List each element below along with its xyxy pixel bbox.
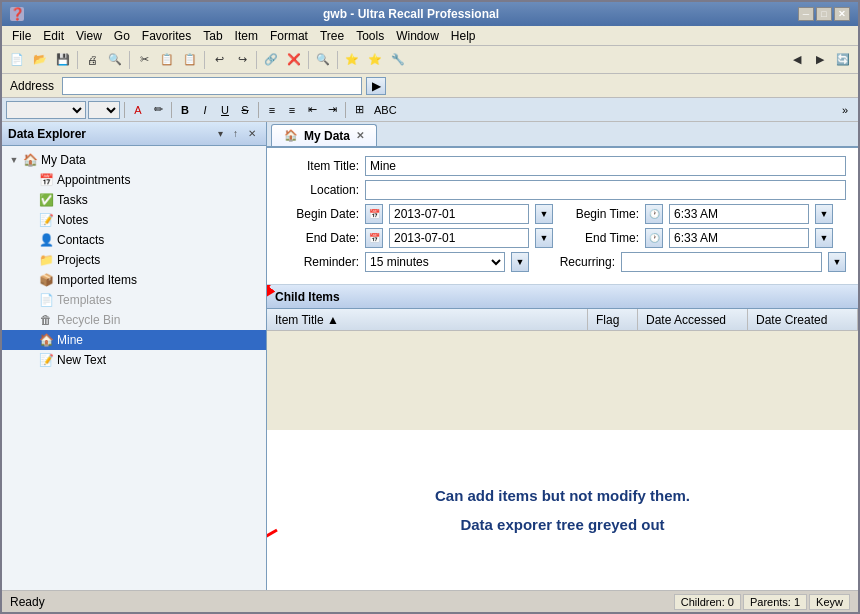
menu-format[interactable]: Format xyxy=(264,27,314,45)
status-text: Ready xyxy=(10,595,674,609)
reminder-dropdown[interactable]: ▼ xyxy=(511,252,529,272)
label-projects: Projects xyxy=(57,253,100,267)
strikethrough-button[interactable]: S xyxy=(236,102,254,118)
status-bar: Ready Children: 0 Parents: 1 Keyw xyxy=(2,590,858,612)
tree-item-newtext[interactable]: 📝 New Text xyxy=(2,350,266,370)
end-time-input[interactable] xyxy=(669,228,809,248)
item-title-input[interactable] xyxy=(365,156,846,176)
menu-tools[interactable]: Tools xyxy=(350,27,390,45)
col-flag[interactable]: Flag xyxy=(588,309,638,330)
end-time-cal[interactable]: 🕐 xyxy=(645,228,663,248)
favorites-btn[interactable]: ⭐ xyxy=(341,49,363,71)
begin-time-cal[interactable]: 🕐 xyxy=(645,204,663,224)
spell-button[interactable]: ABC xyxy=(370,102,401,118)
end-date-input[interactable] xyxy=(389,228,529,248)
undo-button[interactable]: ↩ xyxy=(208,49,230,71)
tree-item-templates[interactable]: 📄 Templates xyxy=(2,290,266,310)
font-family-select[interactable] xyxy=(6,101,86,119)
maximize-button[interactable]: □ xyxy=(816,7,832,21)
numbering-button[interactable]: ≡ xyxy=(283,102,301,118)
tree-item-projects[interactable]: 📁 Projects xyxy=(2,250,266,270)
begin-date-cal-button[interactable]: 📅 xyxy=(365,204,383,224)
col-date-created[interactable]: Date Created xyxy=(748,309,858,330)
tree-item-appointments[interactable]: 📅 Appointments xyxy=(2,170,266,190)
back-button[interactable]: ◀ xyxy=(786,49,808,71)
save-button[interactable]: 💾 xyxy=(52,49,74,71)
menu-edit[interactable]: Edit xyxy=(37,27,70,45)
menu-help[interactable]: Help xyxy=(445,27,482,45)
tree-item-tasks[interactable]: ✅ Tasks xyxy=(2,190,266,210)
tools-btn[interactable]: 🔧 xyxy=(387,49,409,71)
begin-time-input[interactable] xyxy=(669,204,809,224)
new-button[interactable]: 📄 xyxy=(6,49,28,71)
forward-button[interactable]: ▶ xyxy=(809,49,831,71)
favorites2-btn[interactable]: ⭐ xyxy=(364,49,386,71)
recurring-input[interactable] xyxy=(621,252,822,272)
recurring-label: Recurring: xyxy=(535,255,615,269)
icon-mine: 🏠 xyxy=(38,332,54,348)
refresh-button[interactable]: 🔄 xyxy=(832,49,854,71)
end-time-dropdown[interactable]: ▼ xyxy=(815,228,833,248)
menu-favorites[interactable]: Favorites xyxy=(136,27,197,45)
minimize-button[interactable]: ─ xyxy=(798,7,814,21)
end-date-dropdown[interactable]: ▼ xyxy=(535,228,553,248)
sidebar-float-button[interactable]: ↑ xyxy=(229,126,242,141)
tree-item-mydata[interactable]: ▼ 🏠 My Data xyxy=(2,150,266,170)
menu-view[interactable]: View xyxy=(70,27,108,45)
recurring-dropdown[interactable]: ▼ xyxy=(828,252,846,272)
col-item-title[interactable]: Item Title ▲ xyxy=(267,309,588,330)
tab-mydata[interactable]: 🏠 My Data ✕ xyxy=(271,124,377,146)
paste-button[interactable]: 📋 xyxy=(179,49,201,71)
print-button[interactable]: 🖨 xyxy=(81,49,103,71)
sidebar-pin-button[interactable]: ▾ xyxy=(214,126,227,141)
menu-tab[interactable]: Tab xyxy=(197,27,228,45)
close-button[interactable]: ✕ xyxy=(834,7,850,21)
copy-button[interactable]: 📋 xyxy=(156,49,178,71)
delete-button[interactable]: ❌ xyxy=(283,49,305,71)
bullets-button[interactable]: ≡ xyxy=(263,102,281,118)
highlight-button[interactable]: ✏ xyxy=(149,101,167,118)
menu-file[interactable]: File xyxy=(6,27,37,45)
table-button[interactable]: ⊞ xyxy=(350,101,368,118)
italic-button[interactable]: I xyxy=(196,102,214,118)
tree-item-contacts[interactable]: 👤 Contacts xyxy=(2,230,266,250)
tab-close-button[interactable]: ✕ xyxy=(356,130,364,141)
arrow-overlay xyxy=(267,430,327,591)
col-date-accessed[interactable]: Date Accessed xyxy=(638,309,748,330)
tree-item-imported[interactable]: 📦 Imported Items xyxy=(2,270,266,290)
begin-date-dropdown[interactable]: ▼ xyxy=(535,204,553,224)
preview-button[interactable]: 🔍 xyxy=(104,49,126,71)
tree-item-recycle[interactable]: 🗑 Recycle Bin xyxy=(2,310,266,330)
reminder-label: Reminder: xyxy=(279,255,359,269)
address-input[interactable] xyxy=(62,77,362,95)
underline-button[interactable]: U xyxy=(216,102,234,118)
tb-link-button[interactable]: 🔗 xyxy=(260,49,282,71)
end-date-cal-button[interactable]: 📅 xyxy=(365,228,383,248)
begin-time-dropdown[interactable]: ▼ xyxy=(815,204,833,224)
toolbar-sep3 xyxy=(204,51,205,69)
tree-item-notes[interactable]: 📝 Notes xyxy=(2,210,266,230)
icon-imported: 📦 xyxy=(38,272,54,288)
bold-button[interactable]: B xyxy=(176,102,194,118)
menu-tree[interactable]: Tree xyxy=(314,27,350,45)
more-button[interactable]: » xyxy=(836,102,854,118)
label-tasks: Tasks xyxy=(57,193,88,207)
begin-date-input[interactable] xyxy=(389,204,529,224)
sidebar-close-button[interactable]: ✕ xyxy=(244,126,260,141)
redo-button[interactable]: ↪ xyxy=(231,49,253,71)
font-color-button[interactable]: A xyxy=(129,102,147,118)
indent-button[interactable]: ⇥ xyxy=(323,101,341,118)
search-button[interactable]: 🔍 xyxy=(312,49,334,71)
outdent-button[interactable]: ⇤ xyxy=(303,101,321,118)
reminder-select[interactable]: 15 minutes xyxy=(365,252,505,272)
annotation-line1: Can add items but not modify them. xyxy=(435,487,690,504)
cut-button[interactable]: ✂ xyxy=(133,49,155,71)
menu-go[interactable]: Go xyxy=(108,27,136,45)
menu-item[interactable]: Item xyxy=(229,27,264,45)
location-input[interactable] xyxy=(365,180,846,200)
open-button[interactable]: 📂 xyxy=(29,49,51,71)
address-go-button[interactable]: ▶ xyxy=(366,77,386,95)
tree-item-mine[interactable]: 🏠 Mine xyxy=(2,330,266,350)
font-size-select[interactable] xyxy=(88,101,120,119)
menu-window[interactable]: Window xyxy=(390,27,445,45)
